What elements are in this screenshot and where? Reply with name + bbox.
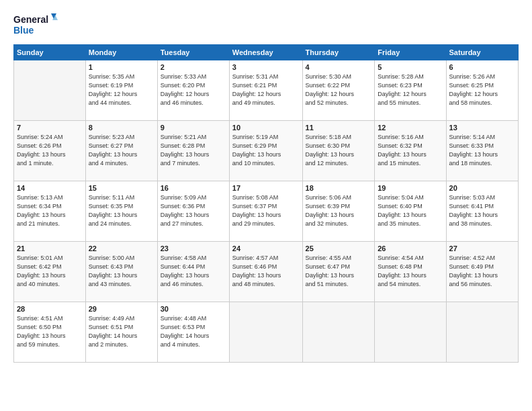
day-info: Sunrise: 5:01 AM Sunset: 6:42 PM Dayligh… bbox=[17, 254, 83, 289]
day-cell: 10Sunrise: 5:19 AM Sunset: 6:29 PM Dayli… bbox=[229, 121, 302, 181]
day-info: Sunrise: 5:04 AM Sunset: 6:40 PM Dayligh… bbox=[378, 193, 443, 228]
day-number: 23 bbox=[161, 244, 226, 253]
day-info: Sunrise: 5:21 AM Sunset: 6:28 PM Dayligh… bbox=[161, 133, 226, 168]
day-info: Sunrise: 5:13 AM Sunset: 6:34 PM Dayligh… bbox=[17, 193, 83, 228]
day-info: Sunrise: 5:33 AM Sunset: 6:20 PM Dayligh… bbox=[161, 73, 226, 107]
day-number: 26 bbox=[378, 244, 443, 253]
day-number: 22 bbox=[89, 244, 154, 253]
day-info: Sunrise: 4:48 AM Sunset: 6:53 PM Dayligh… bbox=[161, 314, 226, 349]
day-cell: 14Sunrise: 5:13 AM Sunset: 6:34 PM Dayli… bbox=[14, 181, 86, 242]
day-number: 28 bbox=[17, 305, 83, 313]
day-number: 9 bbox=[161, 124, 226, 132]
day-info: Sunrise: 4:49 AM Sunset: 6:51 PM Dayligh… bbox=[89, 314, 154, 349]
week-row-2: 7Sunrise: 5:24 AM Sunset: 6:26 PM Daylig… bbox=[14, 121, 519, 181]
day-info: Sunrise: 5:14 AM Sunset: 6:33 PM Dayligh… bbox=[449, 133, 515, 168]
weekday-saturday: Saturday bbox=[446, 45, 518, 60]
day-info: Sunrise: 4:58 AM Sunset: 6:44 PM Dayligh… bbox=[161, 254, 226, 289]
day-cell: 3Sunrise: 5:31 AM Sunset: 6:21 PM Daylig… bbox=[229, 60, 302, 121]
day-number: 11 bbox=[306, 124, 372, 132]
day-number: 6 bbox=[449, 63, 515, 71]
day-cell bbox=[375, 302, 446, 363]
day-number: 12 bbox=[378, 124, 443, 132]
day-number: 17 bbox=[232, 184, 300, 192]
day-info: Sunrise: 5:19 AM Sunset: 6:29 PM Dayligh… bbox=[232, 133, 300, 168]
day-number: 3 bbox=[232, 63, 300, 71]
day-cell bbox=[229, 302, 302, 363]
day-info: Sunrise: 5:06 AM Sunset: 6:39 PM Dayligh… bbox=[306, 193, 372, 228]
day-cell bbox=[446, 302, 518, 363]
day-cell bbox=[302, 302, 375, 363]
day-info: Sunrise: 5:24 AM Sunset: 6:26 PM Dayligh… bbox=[17, 133, 83, 168]
day-number: 4 bbox=[306, 63, 372, 71]
day-cell: 30Sunrise: 4:48 AM Sunset: 6:53 PM Dayli… bbox=[157, 302, 229, 363]
svg-text:General: General bbox=[13, 14, 48, 25]
day-number: 18 bbox=[306, 184, 372, 192]
day-info: Sunrise: 5:31 AM Sunset: 6:21 PM Dayligh… bbox=[232, 73, 300, 107]
day-cell: 19Sunrise: 5:04 AM Sunset: 6:40 PM Dayli… bbox=[375, 181, 446, 242]
day-cell: 25Sunrise: 4:55 AM Sunset: 6:47 PM Dayli… bbox=[302, 242, 375, 302]
day-number: 25 bbox=[306, 244, 372, 253]
day-number: 24 bbox=[232, 244, 300, 253]
day-info: Sunrise: 5:11 AM Sunset: 6:35 PM Dayligh… bbox=[89, 193, 154, 228]
day-number: 15 bbox=[89, 184, 154, 192]
day-number: 21 bbox=[17, 244, 83, 253]
day-cell: 11Sunrise: 5:18 AM Sunset: 6:30 PM Dayli… bbox=[302, 121, 375, 181]
page: General Blue SundayMondayTuesdayWednesda… bbox=[0, 0, 532, 411]
weekday-sunday: Sunday bbox=[14, 45, 86, 60]
day-info: Sunrise: 5:09 AM Sunset: 6:36 PM Dayligh… bbox=[161, 193, 226, 228]
logo: General Blue bbox=[13, 12, 60, 38]
day-cell: 28Sunrise: 4:51 AM Sunset: 6:50 PM Dayli… bbox=[14, 302, 86, 363]
day-cell: 5Sunrise: 5:28 AM Sunset: 6:23 PM Daylig… bbox=[375, 60, 446, 121]
day-cell: 6Sunrise: 5:26 AM Sunset: 6:25 PM Daylig… bbox=[446, 60, 518, 121]
day-cell: 26Sunrise: 4:54 AM Sunset: 6:48 PM Dayli… bbox=[375, 242, 446, 302]
day-info: Sunrise: 5:30 AM Sunset: 6:22 PM Dayligh… bbox=[306, 73, 372, 107]
weekday-tuesday: Tuesday bbox=[157, 45, 229, 60]
weekday-wednesday: Wednesday bbox=[229, 45, 302, 60]
day-number: 13 bbox=[449, 124, 515, 132]
day-number: 2 bbox=[161, 63, 226, 71]
logo-svg: General Blue bbox=[13, 12, 60, 38]
day-info: Sunrise: 5:28 AM Sunset: 6:23 PM Dayligh… bbox=[378, 73, 443, 107]
day-number: 27 bbox=[449, 244, 515, 253]
day-cell: 9Sunrise: 5:21 AM Sunset: 6:28 PM Daylig… bbox=[157, 121, 229, 181]
day-number: 5 bbox=[378, 63, 443, 71]
day-number: 14 bbox=[17, 184, 83, 192]
day-cell: 20Sunrise: 5:03 AM Sunset: 6:41 PM Dayli… bbox=[446, 181, 518, 242]
day-info: Sunrise: 5:35 AM Sunset: 6:19 PM Dayligh… bbox=[89, 73, 154, 107]
weekday-thursday: Thursday bbox=[302, 45, 375, 60]
day-cell: 16Sunrise: 5:09 AM Sunset: 6:36 PM Dayli… bbox=[157, 181, 229, 242]
day-info: Sunrise: 4:55 AM Sunset: 6:47 PM Dayligh… bbox=[306, 254, 372, 289]
day-number: 16 bbox=[161, 184, 226, 192]
day-info: Sunrise: 4:57 AM Sunset: 6:46 PM Dayligh… bbox=[232, 254, 300, 289]
day-info: Sunrise: 4:54 AM Sunset: 6:48 PM Dayligh… bbox=[378, 254, 443, 289]
weekday-monday: Monday bbox=[85, 45, 157, 60]
day-number: 1 bbox=[89, 63, 154, 71]
day-cell: 24Sunrise: 4:57 AM Sunset: 6:46 PM Dayli… bbox=[229, 242, 302, 302]
day-cell: 2Sunrise: 5:33 AM Sunset: 6:20 PM Daylig… bbox=[157, 60, 229, 121]
svg-text:Blue: Blue bbox=[13, 25, 34, 36]
weekday-header-row: SundayMondayTuesdayWednesdayThursdayFrid… bbox=[14, 45, 519, 60]
day-cell: 18Sunrise: 5:06 AM Sunset: 6:39 PM Dayli… bbox=[302, 181, 375, 242]
day-info: Sunrise: 5:08 AM Sunset: 6:37 PM Dayligh… bbox=[232, 193, 300, 228]
day-cell: 4Sunrise: 5:30 AM Sunset: 6:22 PM Daylig… bbox=[302, 60, 375, 121]
week-row-4: 21Sunrise: 5:01 AM Sunset: 6:42 PM Dayli… bbox=[14, 242, 519, 302]
day-cell: 7Sunrise: 5:24 AM Sunset: 6:26 PM Daylig… bbox=[14, 121, 86, 181]
day-info: Sunrise: 5:16 AM Sunset: 6:32 PM Dayligh… bbox=[378, 133, 443, 168]
day-cell: 13Sunrise: 5:14 AM Sunset: 6:33 PM Dayli… bbox=[446, 121, 518, 181]
day-info: Sunrise: 5:03 AM Sunset: 6:41 PM Dayligh… bbox=[449, 193, 515, 228]
day-number: 29 bbox=[89, 305, 154, 313]
day-number: 7 bbox=[17, 124, 83, 132]
header: General Blue bbox=[13, 12, 519, 38]
day-cell: 17Sunrise: 5:08 AM Sunset: 6:37 PM Dayli… bbox=[229, 181, 302, 242]
calendar-table: SundayMondayTuesdayWednesdayThursdayFrid… bbox=[13, 44, 519, 363]
day-info: Sunrise: 5:23 AM Sunset: 6:27 PM Dayligh… bbox=[89, 133, 154, 168]
day-cell: 29Sunrise: 4:49 AM Sunset: 6:51 PM Dayli… bbox=[85, 302, 157, 363]
day-cell: 12Sunrise: 5:16 AM Sunset: 6:32 PM Dayli… bbox=[375, 121, 446, 181]
day-number: 8 bbox=[89, 124, 154, 132]
day-info: Sunrise: 4:51 AM Sunset: 6:50 PM Dayligh… bbox=[17, 314, 83, 349]
week-row-3: 14Sunrise: 5:13 AM Sunset: 6:34 PM Dayli… bbox=[14, 181, 519, 242]
day-info: Sunrise: 5:18 AM Sunset: 6:30 PM Dayligh… bbox=[306, 133, 372, 168]
day-info: Sunrise: 4:52 AM Sunset: 6:49 PM Dayligh… bbox=[449, 254, 515, 289]
week-row-1: 1Sunrise: 5:35 AM Sunset: 6:19 PM Daylig… bbox=[14, 60, 519, 121]
day-number: 19 bbox=[378, 184, 443, 192]
